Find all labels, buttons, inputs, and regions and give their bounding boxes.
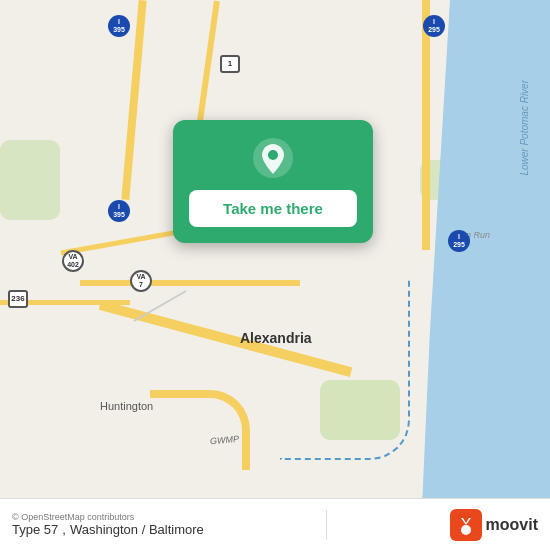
bottom-left-section: © OpenStreetMap contributors Type 57 , W…	[12, 512, 204, 537]
road-badge-236: 236	[8, 290, 28, 308]
moovit-m-badge	[450, 509, 482, 541]
dashed-route	[280, 280, 410, 460]
bottom-bar: © OpenStreetMap contributors Type 57 , W…	[0, 498, 550, 550]
copyright-section: © OpenStreetMap contributors Type 57 , W…	[12, 512, 204, 537]
road-badge-i395: I 395	[108, 15, 130, 37]
popup-card: Take me there	[173, 120, 373, 243]
park-area	[0, 140, 60, 220]
take-me-there-button[interactable]: Take me there	[189, 190, 357, 227]
separator: ,	[62, 522, 66, 537]
huntington-label: Huntington	[100, 400, 153, 412]
road-badge-us1: 1	[220, 55, 240, 73]
moovit-logo: moovit	[450, 509, 538, 541]
svg-point-1	[268, 150, 278, 160]
location-city: Washington / Baltimore	[70, 522, 204, 537]
location-type: Type 57	[12, 522, 58, 537]
road-curve	[150, 390, 250, 470]
road-badge-va402: VA402	[62, 250, 84, 272]
road-badge-i295-a: I 295	[423, 15, 445, 37]
water-label: Lower Potomac River	[519, 80, 530, 176]
road-i295	[422, 0, 430, 250]
road-va7	[80, 280, 300, 286]
road-badge-i295-b: I295	[448, 230, 470, 252]
location-pin-icon	[251, 136, 295, 180]
road-badge-va7: VA7	[130, 270, 152, 292]
svg-point-2	[461, 525, 471, 535]
map-container: Lower Potomac River Oxon Run I 395 I 295…	[0, 0, 550, 550]
copyright-text: © OpenStreetMap contributors	[12, 512, 204, 522]
bottom-separator	[326, 510, 327, 540]
moovit-icon	[455, 514, 477, 536]
moovit-label: moovit	[486, 516, 538, 534]
road-badge-i395-b: I395	[108, 200, 130, 222]
alexandria-label: Alexandria	[240, 330, 312, 346]
